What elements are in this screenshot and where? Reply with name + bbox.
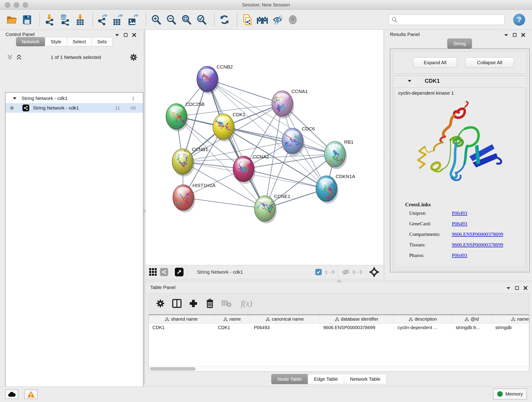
tab-string-results[interactable]: String (447, 38, 472, 49)
network-edge[interactable] (207, 79, 265, 209)
open-session-button[interactable] (6, 13, 18, 27)
tab-select[interactable]: Select (67, 37, 92, 46)
tab-style[interactable]: Style (45, 37, 67, 46)
panel-float-icon[interactable] (124, 33, 128, 37)
import-table-icon (75, 14, 85, 26)
table-cell[interactable]: cyclin-dependent ... (394, 323, 452, 332)
column-header[interactable]: database identifier (320, 315, 394, 323)
tree-expand-icon[interactable] (13, 97, 17, 100)
show-all-button[interactable] (286, 13, 299, 27)
node-table: shared namenamecanonical namedatabase id… (148, 314, 529, 372)
network-canvas[interactable]: CCNB2CCNA1CDC25BCDK1CDC6RB1CCNB1CCNA2CDK… (146, 30, 383, 265)
panel-float-icon[interactable] (513, 33, 517, 37)
table-cell[interactable]: 9606.ENSP00000378699 (320, 323, 394, 332)
table-cell[interactable]: CDK1 (214, 323, 250, 332)
network-selection-summary: 1 of 1 Network selected (22, 55, 130, 60)
tab-network-table[interactable]: Network Table (344, 374, 387, 384)
show-grid-icon[interactable] (149, 268, 157, 276)
network-thumbnail-icon[interactable] (160, 268, 168, 276)
table-cell[interactable]: stringdb (492, 323, 529, 332)
network-collection-row[interactable]: String Network - cdk1 1 (6, 94, 143, 103)
column-header[interactable]: description (394, 315, 452, 323)
apply-preferred-layout-button[interactable] (218, 13, 231, 27)
crosslink-link[interactable]: P06493 (452, 210, 467, 216)
new-network-from-selection-button[interactable] (241, 13, 254, 27)
table-settings-button[interactable] (154, 297, 167, 310)
memory-button[interactable]: Memory (493, 389, 527, 400)
import-table-from-file-button[interactable] (74, 13, 87, 27)
column-header[interactable]: @id (452, 315, 492, 323)
tab-sets[interactable]: Sets (91, 37, 113, 46)
table-row[interactable]: CDK1CDK1P064939606.ENSP00000378699cyclin… (149, 323, 529, 332)
toolbar-separator (237, 13, 237, 26)
zoom-fit-content-button[interactable] (180, 13, 193, 27)
panel-close-icon[interactable] (521, 33, 525, 37)
column-header[interactable]: shared name (149, 315, 214, 323)
tab-network[interactable]: Network (16, 37, 45, 46)
panel-close-icon[interactable] (132, 33, 136, 37)
collapse-all-button[interactable]: Collapse All (465, 57, 514, 68)
node-label: CDC25B (186, 102, 205, 107)
memory-label: Memory (505, 391, 523, 397)
birdseye-navigator-icon[interactable] (369, 267, 380, 277)
import-network-from-file-button[interactable] (44, 13, 56, 27)
column-header[interactable]: name (214, 315, 250, 323)
expand-all-icon[interactable] (16, 54, 22, 60)
show-column-button[interactable] (170, 297, 184, 310)
export-image-button[interactable] (127, 13, 140, 27)
first-neighbors-button[interactable] (256, 13, 269, 27)
crosslink-link[interactable]: 9606.ENSP00000378699 (452, 231, 503, 237)
hide-selection-button[interactable] (271, 13, 284, 27)
gear-icon[interactable] (130, 53, 138, 61)
detach-view-icon[interactable] (175, 268, 184, 276)
node-gloss (176, 151, 189, 158)
expand-all-button[interactable]: Expand All (413, 57, 457, 68)
delete-column-button[interactable] (203, 297, 216, 310)
crosslink-link[interactable]: P06493 (452, 252, 467, 258)
entry-header[interactable]: CDK1 (393, 76, 527, 86)
export-network-icon (97, 14, 109, 26)
column-header-label: description (415, 317, 437, 322)
zoom-selected-button[interactable] (195, 13, 208, 27)
panel-close-icon[interactable] (524, 286, 527, 290)
table-horizontal-scrollbar[interactable] (149, 366, 529, 371)
crosslink-link[interactable]: 9606.ENSP00000378699 (452, 242, 503, 248)
delete-table-button-disabled[interactable] (220, 297, 233, 310)
global-search-field[interactable] (389, 14, 505, 25)
tab-edge-table[interactable]: Edge Table (308, 374, 344, 384)
collapse-all-icon[interactable] (7, 54, 13, 60)
function-builder-button-disabled[interactable]: f(x) (236, 297, 257, 310)
selected-nodes-checkbox[interactable] (315, 269, 322, 275)
export-network-button[interactable] (97, 13, 109, 27)
node-entry-box: CDK1 cyclin-dependent kinase 1 (393, 76, 527, 270)
panel-menu-icon[interactable] (506, 287, 510, 289)
panel-float-icon[interactable] (515, 286, 519, 290)
warnings-button[interactable] (24, 389, 38, 399)
panel-menu-icon[interactable] (115, 34, 119, 36)
memory-status-dot (497, 391, 503, 397)
table-cell[interactable]: CDK1 (149, 323, 214, 332)
entry-collapse-icon[interactable] (408, 80, 412, 82)
column-type-icon (266, 317, 270, 321)
import-network-from-database-button[interactable] (59, 13, 71, 27)
scrollbar-thumb[interactable] (150, 367, 196, 370)
crosslink-link[interactable]: P06493 (452, 221, 467, 227)
cloud-status-button[interactable] (5, 389, 18, 399)
column-header[interactable]: namespace (492, 315, 529, 323)
save-session-button[interactable] (21, 13, 33, 27)
tab-node-table[interactable]: Node Table (271, 374, 308, 384)
network-edge[interactable] (183, 198, 265, 209)
table-cell[interactable]: stringdb:9... (452, 323, 492, 332)
table-cell[interactable]: P06493 (250, 323, 320, 332)
column-header[interactable]: canonical name (250, 315, 320, 323)
help-button[interactable]: ? (513, 14, 525, 26)
zoom-in-button[interactable] (150, 13, 163, 27)
network-collection-label: String Network - cdk1 (22, 96, 68, 101)
search-input[interactable] (400, 17, 500, 22)
export-table-button[interactable] (112, 13, 125, 27)
zoom-out-button[interactable] (165, 13, 178, 27)
network-row-selected[interactable]: String Network - cdk1 11 48 (6, 103, 143, 113)
panel-menu-icon[interactable] (504, 34, 508, 36)
network-edge[interactable] (244, 169, 326, 189)
create-column-button[interactable] (187, 297, 200, 310)
